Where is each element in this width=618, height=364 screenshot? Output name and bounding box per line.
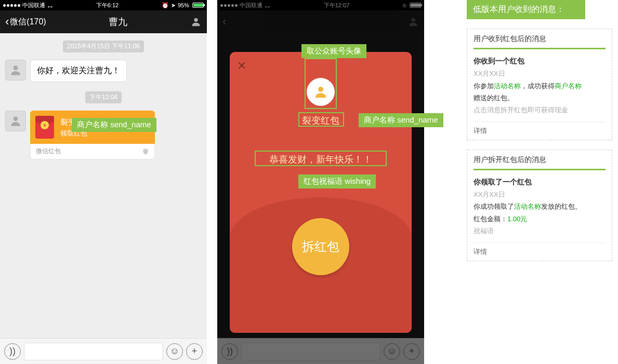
- close-icon[interactable]: ✕: [237, 59, 246, 73]
- svg-point-1: [14, 65, 18, 70]
- annotation-box: [255, 151, 387, 166]
- profile-icon[interactable]: [190, 16, 202, 28]
- status-bar: 中国联通 ⚋ 下午6:12 ⏰ ➤ 95%: [0, 0, 207, 10]
- text-bubble: 你好，欢迎关注曹九！: [30, 60, 127, 82]
- svg-point-2: [14, 116, 18, 121]
- msg-amount: 红包金额：1.00元: [474, 213, 606, 225]
- input-bar: )) ☺ +: [0, 338, 207, 364]
- msg-line: 你参加活动名称，成功获得商户名称: [474, 80, 606, 92]
- back-button[interactable]: ‹ 微信(170): [5, 15, 46, 29]
- msg-date: XX月XX日: [474, 68, 606, 79]
- message-card-received: 用户收到红包后的消息 你收到一个红包 XX月XX日 你参加活动名称，成功获得商户…: [467, 29, 612, 140]
- alarm-icon: ⏰: [162, 2, 169, 9]
- nav-bar: ‹ 微信(170) 曹九: [0, 10, 207, 33]
- message-card-opened: 用户拆开红包后的消息 你领取了一个红包 XX月XX日 你成功领取了活动名称发放的…: [467, 150, 612, 261]
- annotation-wish: 红包祝福语 wishing: [298, 174, 376, 188]
- voice-icon[interactable]: )): [4, 343, 21, 360]
- chevron-left-icon: ‹: [5, 15, 9, 29]
- legacy-messages-panel: 低版本用户收到的消息： 用户收到红包后的消息 你收到一个红包 XX月XX日 你参…: [467, 0, 612, 261]
- message-row: ¥ 裂变红包红包 领取红包 微信红包: [0, 109, 207, 161]
- open-button[interactable]: 拆红包: [292, 218, 349, 275]
- msg-bold: 你领取了一个红包: [474, 176, 606, 188]
- msg-hint: 祝福语: [474, 225, 606, 237]
- plus-icon[interactable]: +: [403, 343, 420, 360]
- card-title: 用户收到红包后的消息: [474, 34, 606, 44]
- emoji-icon[interactable]: ☺: [384, 343, 400, 360]
- timestamp: 2015年4月15日 下午11:06: [63, 41, 144, 52]
- annotation-sender: 商户名称 send_name: [359, 113, 443, 127]
- avatar[interactable]: [5, 60, 26, 80]
- location-icon: ➤: [171, 2, 176, 9]
- red-packet-footer: 微信红包: [30, 144, 155, 159]
- emoji-icon[interactable]: ☺: [166, 343, 183, 360]
- red-packet-source: 微信红包: [36, 147, 61, 156]
- message-input[interactable]: [24, 343, 163, 360]
- voice-icon[interactable]: )): [221, 343, 238, 360]
- battery-pct: 95%: [178, 2, 189, 8]
- annotation-box: [305, 58, 337, 109]
- annotation-avatar: 取公众账号头像: [301, 44, 366, 58]
- back-label: 微信(170): [10, 17, 46, 28]
- msg-bold: 你收到一个红包: [474, 55, 606, 68]
- annotation-box: [298, 112, 344, 127]
- carrier-label: 中国联通: [22, 2, 45, 9]
- chat-body: 2015年4月15日 下午11:06 你好，欢迎关注曹九！ 下午12:04 ¥ …: [0, 33, 207, 338]
- red-envelope-icon: ¥: [35, 116, 54, 139]
- chat-title: 曹九: [109, 16, 127, 28]
- details-link[interactable]: 详情: [474, 122, 606, 140]
- message-row: 你好，欢迎关注曹九！: [0, 58, 207, 84]
- avatar[interactable]: [5, 111, 26, 131]
- msg-hint: 点击消息拆开红包即可获得现金: [474, 104, 606, 116]
- shield-icon: [142, 148, 149, 155]
- svg-point-0: [194, 18, 198, 22]
- timestamp: 下午12:04: [85, 91, 122, 103]
- card-title: 用户拆开红包后的消息: [474, 155, 606, 165]
- phone-chat-screen: 中国联通 ⚋ 下午6:12 ⏰ ➤ 95% ‹ 微信(170) 曹九 2015年…: [0, 0, 207, 364]
- wifi-icon: ⚋: [47, 2, 53, 9]
- status-time: 下午6:12: [96, 2, 119, 9]
- panel-header: 低版本用户收到的消息：: [467, 0, 585, 19]
- plus-icon[interactable]: +: [186, 343, 203, 360]
- msg-line: 你成功领取了活动名称发放的红包。: [474, 200, 606, 212]
- details-link[interactable]: 详情: [474, 242, 606, 261]
- annotation-send-name: 商户名称 send_name: [72, 118, 156, 132]
- message-input[interactable]: [241, 343, 380, 360]
- msg-line: 赠送的红包。: [474, 92, 606, 104]
- input-bar: )) ☺ +: [217, 338, 424, 364]
- msg-date: XX月XX日: [474, 188, 606, 200]
- battery-icon: [191, 3, 204, 8]
